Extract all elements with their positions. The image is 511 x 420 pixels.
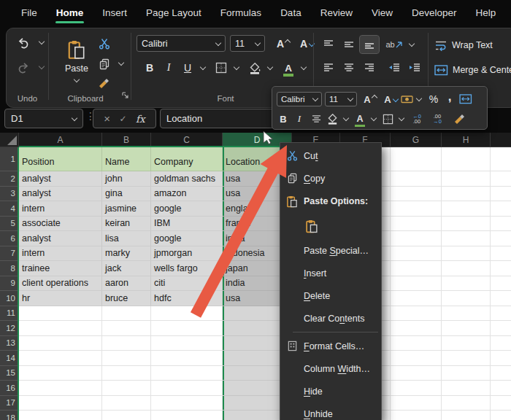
mini-borders-chevron[interactable]: [399, 115, 404, 121]
cell-A13[interactable]: [19, 336, 102, 351]
column-header-B[interactable]: B: [102, 133, 151, 147]
cell-H14[interactable]: [442, 351, 491, 366]
mini-shrink-font-button[interactable]: A: [377, 91, 398, 107]
context-menu-item-unhide[interactable]: Unhide: [280, 402, 381, 420]
copy-dropdown-chevron[interactable]: [118, 60, 124, 66]
cell-x17[interactable]: [491, 396, 511, 411]
cell-H10[interactable]: [442, 291, 491, 306]
column-header-G[interactable]: G: [391, 133, 442, 147]
cell-x14[interactable]: [491, 351, 511, 366]
cell-C6[interactable]: google: [151, 231, 223, 246]
cell-G8[interactable]: [391, 261, 442, 276]
cell-G17[interactable]: [391, 396, 442, 411]
context-menu-item-clear-contents[interactable]: Clear Contents: [280, 307, 381, 330]
underline-button[interactable]: U: [179, 59, 196, 77]
cell-C8[interactable]: wells fargo: [151, 261, 223, 276]
formula-input[interactable]: Location: [160, 109, 276, 128]
mini-font-size-combo[interactable]: 11: [325, 92, 357, 106]
cell-G15[interactable]: [391, 366, 442, 381]
mini-bold-button[interactable]: B: [275, 111, 291, 127]
cell-B18[interactable]: [102, 411, 151, 420]
cell-G7[interactable]: [391, 246, 442, 262]
increase-indent-button[interactable]: [405, 59, 424, 77]
cell-x15[interactable]: [491, 366, 511, 381]
cell-H17[interactable]: [442, 396, 491, 411]
cell-A5[interactable]: associate: [19, 217, 102, 232]
decrease-indent-button[interactable]: [385, 59, 404, 77]
align-left-button[interactable]: [319, 59, 338, 77]
cell-H6[interactable]: [442, 231, 491, 246]
cell-G5[interactable]: [391, 217, 442, 232]
cell-B13[interactable]: [102, 336, 151, 351]
mini-italic-button[interactable]: I: [291, 111, 307, 127]
shrink-font-button[interactable]: A: [294, 35, 313, 52]
context-menu-item-insert[interactable]: Insert: [280, 262, 381, 284]
row-header-11[interactable]: 11: [0, 306, 19, 322]
cell-G1[interactable]: [391, 147, 442, 171]
cell-B14[interactable]: [102, 351, 151, 366]
cell-B4[interactable]: jasmine: [102, 201, 151, 217]
clipboard-dialog-launcher[interactable]: [122, 88, 128, 101]
cell-A9[interactable]: client operations: [19, 276, 102, 292]
ribbon-tab-review[interactable]: Review: [311, 1, 362, 25]
cell-x6[interactable]: [491, 231, 511, 246]
cell-x2[interactable]: [491, 171, 511, 187]
row-header-1[interactable]: 1: [0, 147, 19, 171]
format-painter-button[interactable]: [96, 75, 113, 91]
column-header-A[interactable]: A: [19, 133, 102, 147]
row-header-7[interactable]: 7: [0, 246, 19, 262]
cell-G13[interactable]: [391, 336, 442, 351]
row-header-4[interactable]: 4: [0, 201, 19, 217]
cell-x12[interactable]: [491, 321, 511, 336]
cell-x8[interactable]: [491, 261, 511, 276]
cell-A7[interactable]: intern: [19, 246, 102, 262]
cell-C17[interactable]: [151, 396, 223, 411]
cell-B10[interactable]: bruce: [102, 291, 151, 306]
mini-font-color-chevron[interactable]: [371, 115, 377, 121]
cell-A10[interactable]: hr: [19, 291, 102, 306]
ribbon-tab-file[interactable]: File: [12, 1, 47, 25]
context-menu-item-hide[interactable]: Hide: [280, 380, 381, 402]
mini-fill-color-chevron[interactable]: [343, 115, 349, 121]
italic-button[interactable]: I: [160, 59, 177, 77]
orientation-button[interactable]: ab: [385, 36, 404, 53]
ribbon-tab-formulas[interactable]: Formulas: [211, 1, 271, 25]
align-top-button[interactable]: [319, 36, 338, 53]
ribbon-tab-home[interactable]: Home: [47, 1, 93, 25]
cell-H1[interactable]: [442, 147, 491, 171]
cell-x11[interactable]: [491, 306, 511, 322]
cell-x1[interactable]: [491, 147, 511, 171]
context-menu-item-delete[interactable]: Delete: [280, 284, 381, 307]
cell-C11[interactable]: [151, 306, 223, 322]
align-right-button[interactable]: [360, 59, 379, 77]
font-color-button[interactable]: A: [280, 59, 297, 77]
cell-B5[interactable]: keiran: [102, 217, 151, 232]
cell-B11[interactable]: [102, 306, 151, 322]
name-box[interactable]: D1: [4, 109, 83, 128]
underline-dropdown-chevron[interactable]: [200, 64, 206, 70]
cell-G4[interactable]: [391, 201, 442, 217]
merge-center-button[interactable]: Merge & Center: [434, 62, 511, 78]
cell-H18[interactable]: [442, 411, 491, 420]
context-menu-item-format-cells[interactable]: Format Cells…: [280, 335, 381, 357]
undo-dropdown-chevron[interactable]: [39, 39, 45, 44]
cell-G2[interactable]: [391, 171, 442, 187]
cell-A2[interactable]: analyst: [19, 171, 102, 187]
grow-font-button[interactable]: A: [271, 35, 290, 52]
cell-B6[interactable]: lisa: [102, 231, 151, 246]
row-header-5[interactable]: 5: [0, 217, 19, 232]
cell-B2[interactable]: john: [102, 171, 151, 187]
mini-accounting-chevron[interactable]: [416, 96, 422, 101]
mini-increase-decimal-button[interactable]: ←0.00: [407, 111, 427, 127]
row-header-18[interactable]: 18: [0, 411, 19, 420]
row-header-13[interactable]: 13: [0, 336, 19, 351]
cell-G16[interactable]: [391, 381, 442, 396]
copy-button[interactable]: [96, 56, 113, 72]
cell-H5[interactable]: [442, 217, 491, 232]
cell-H11[interactable]: [442, 306, 491, 322]
cell-B16[interactable]: [102, 381, 151, 396]
cell-G10[interactable]: [391, 291, 442, 306]
mini-font-name-combo[interactable]: Calibri: [277, 92, 322, 106]
cell-G3[interactable]: [391, 187, 442, 202]
cell-B15[interactable]: [102, 366, 151, 381]
